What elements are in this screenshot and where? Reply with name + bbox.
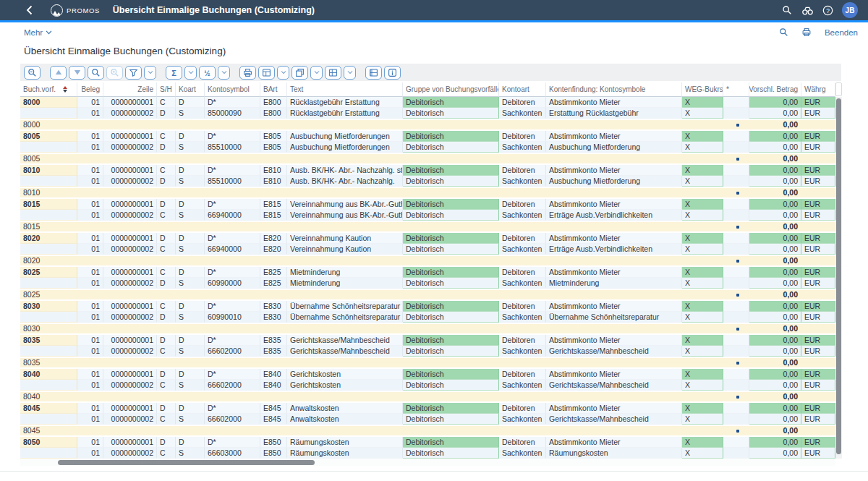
table-row[interactable]: 010000000002CS66602000E840Gerichtskosten… (20, 380, 835, 391)
subtotal-row[interactable]: 80000,00 (20, 120, 835, 129)
more-menu-button[interactable]: Mehr (24, 28, 52, 37)
column-header-text[interactable]: Text (287, 82, 403, 97)
cell-sh: C (157, 380, 176, 391)
help-icon[interactable]: ? (822, 4, 833, 16)
table-row[interactable]: 010000000002CS66603000E850Räumungskosten… (20, 448, 835, 459)
column-header-kontosymbol[interactable]: Kontosymbol (205, 82, 260, 97)
table-row[interactable]: 010000000002CS66602000E835Gerichtskasse/… (20, 346, 835, 357)
cell-kontoart: Debitoren (499, 369, 546, 380)
info-button[interactable] (384, 66, 401, 80)
table-row[interactable]: 010000000002DS60990000E825MietminderungD… (20, 278, 835, 289)
table-row[interactable]: 8030010000000001CDD*E830Übernahme Schönh… (20, 301, 835, 312)
subtotal-row[interactable]: 80100,00 (20, 188, 835, 197)
cell-weg: X (682, 199, 723, 210)
beenden-button[interactable]: Beenden (825, 28, 858, 37)
subtotal-row[interactable]: 80200,00 (20, 256, 835, 265)
sort-descending-button[interactable] (69, 66, 85, 80)
vertical-scrollbar[interactable] (835, 97, 842, 459)
vertical-scrollbar-button[interactable] (835, 82, 842, 96)
cell-text: Ausbuchung Mietforderungen (287, 142, 403, 153)
column-header-koart[interactable]: Koart (176, 82, 205, 97)
subtotal-cell-gruppe (403, 120, 499, 129)
column-header-buchvorf[interactable]: Buch.vorf. (20, 82, 77, 97)
cell-kontosymbol: D* (205, 199, 260, 210)
table-row[interactable]: 010000000002CS66602000E845AnwaltskostenD… (20, 414, 835, 425)
column-header-zeile[interactable]: Zeile (103, 82, 157, 97)
column-header-betrag[interactable]: Vorschl. Betrag (749, 82, 801, 97)
table-row[interactable]: 8000010000000001CDD*E800Rücklastgebühr E… (20, 97, 835, 108)
table-row[interactable]: 8025010000000001CDD*E825MietminderungDeb… (20, 267, 835, 278)
vertical-scrollbar-thumb[interactable] (836, 98, 841, 454)
search-icon[interactable] (781, 4, 793, 16)
subtotal-cell-kontosymbol (205, 290, 260, 299)
cell-star (723, 437, 749, 448)
print-button[interactable] (239, 66, 256, 80)
cell-betrag: 0,00 (749, 199, 801, 210)
find-next-button[interactable] (106, 66, 123, 80)
table-row[interactable]: 8040010000000001DDD*E840GerichtskostenDe… (20, 369, 835, 380)
column-header-weg[interactable]: WEG-Bukrs (682, 82, 723, 97)
subtotal-row[interactable]: 80300,00 (20, 324, 835, 333)
subtotal-row[interactable]: 80150,00 (20, 222, 835, 231)
table-row[interactable]: 8035010000000001DDD*E835Gerichtskasse/Ma… (20, 335, 835, 346)
table-row[interactable]: 8050010000000001DDD*E850RäumungskostenDe… (20, 437, 835, 448)
details-button[interactable] (24, 66, 41, 80)
table-row[interactable]: 010000000002DS60990010E830Übernahme Schö… (20, 312, 835, 323)
table-row[interactable]: 8010010000000001CDD*E810Ausb. BK/HK- Abr… (20, 165, 835, 176)
column-header-bart[interactable]: BArt (260, 82, 287, 97)
find-button[interactable] (88, 66, 104, 80)
table-row[interactable]: 8005010000000001CDD*E805Ausbuchung Mietf… (20, 131, 835, 142)
cell-gruppe: Debitorisch (403, 403, 499, 414)
horizontal-scrollbar-thumb[interactable] (58, 460, 315, 465)
subtotal-row[interactable]: 80350,00 (20, 358, 835, 367)
views-button[interactable] (292, 66, 308, 80)
table-row[interactable]: 010000000002CS66940000E815Vereinnahmung … (20, 210, 835, 221)
choose-layout-button[interactable] (365, 66, 382, 80)
horizontal-scrollbar[interactable] (20, 459, 835, 466)
table-row[interactable]: 010000000002DS85510000E810Ausb. BK/HK- A… (20, 176, 835, 187)
table-row[interactable]: 010000000002CS66940000E820Vereinnahmung … (20, 244, 835, 255)
cell-waehrg: EUR (801, 403, 835, 414)
filter-dropdown-button[interactable] (144, 66, 156, 80)
column-header-waehrg[interactable]: Währg (801, 82, 835, 97)
column-header-star[interactable]: * (723, 82, 749, 97)
user-avatar[interactable]: JB (842, 2, 858, 18)
export-button[interactable] (258, 66, 275, 80)
subtotal-row[interactable]: 80250,00 (20, 290, 835, 299)
cell-bart: E825 (260, 278, 287, 289)
table-row[interactable]: 8045010000000001DDD*E845AnwaltskostenDeb… (20, 403, 835, 414)
total-dropdown-button[interactable] (184, 66, 197, 80)
column-header-beleg[interactable]: Beleg (77, 82, 103, 97)
export-dropdown-button[interactable] (277, 66, 289, 80)
subtotal-cell-gruppe (403, 324, 499, 333)
back-icon[interactable] (26, 5, 36, 15)
filter-button[interactable] (125, 66, 142, 80)
subtotal-row[interactable]: 80400,00 (20, 392, 835, 401)
table-row[interactable]: 010000000002DS85000090E800Rücklastgebühr… (20, 108, 835, 119)
layout-button[interactable] (325, 66, 341, 80)
table-row[interactable]: 8015010000000001DDD*E815Vereinnahmung au… (20, 199, 835, 210)
layout-dropdown-button[interactable] (344, 66, 356, 80)
column-header-sh[interactable]: S/H (157, 82, 176, 97)
sort-ascending-button[interactable] (50, 66, 67, 80)
cell-text: Rücklastgebühr Erstattung (287, 108, 403, 119)
cell-buchvorf: 8000 (20, 97, 77, 108)
cell-weg: X (682, 210, 723, 221)
print-icon[interactable] (801, 27, 812, 38)
table-row[interactable]: 8020010000000001DDD*E820Vereinnahmung Ka… (20, 233, 835, 244)
column-header-kontoart[interactable]: Kontoart (499, 82, 546, 97)
total-button[interactable]: Σ (166, 66, 182, 80)
subtotals-dropdown-button[interactable] (218, 66, 230, 80)
column-header-gruppe[interactable]: Gruppe von Buchungsvorfällen (403, 82, 499, 97)
subtotal-cell-sh (157, 426, 176, 435)
subtotal-row[interactable]: 80050,00 (20, 154, 835, 163)
views-dropdown-button[interactable] (310, 66, 323, 80)
subtotal-cell-zeile (103, 256, 157, 265)
search-icon[interactable] (778, 27, 789, 38)
column-header-kontenfindung[interactable]: Kontenfindung: Kontosymbole (546, 82, 682, 97)
subtotal-row[interactable]: 80450,00 (20, 426, 835, 435)
subtotal-cell-bart (260, 188, 287, 197)
subtotals-button[interactable]: ½ (199, 66, 216, 80)
table-row[interactable]: 010000000002DS85510000E805Ausbuchung Mie… (20, 142, 835, 153)
binoculars-icon[interactable] (801, 4, 813, 16)
